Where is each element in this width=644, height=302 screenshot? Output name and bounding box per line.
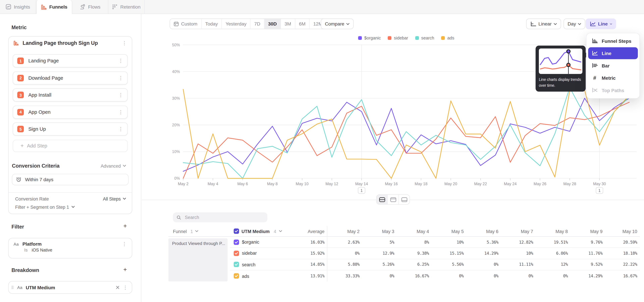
column-header-date[interactable]: May 7 [501, 226, 536, 237]
tab-funnels[interactable]: Funnels [36, 0, 72, 14]
table-value-cell: 11.76% [570, 248, 605, 259]
step-label: Landing Page [28, 58, 114, 64]
filter-operator[interactable]: Is [24, 247, 28, 252]
range-button-custom[interactable]: Custom [170, 19, 202, 29]
add-filter-button[interactable]: + [123, 223, 127, 229]
kebab-menu-icon[interactable]: ⋮ [122, 40, 127, 46]
table-value-cell: 12.9% [362, 248, 397, 259]
svg-text:May 26: May 26 [534, 182, 546, 186]
range-button-30d[interactable]: 30D [264, 19, 281, 29]
kebab-menu-icon[interactable]: ⋮ [118, 75, 123, 80]
legend-swatch [358, 36, 362, 40]
funnel-title: Landing Page through Sign Up [23, 40, 118, 46]
column-header-average[interactable]: Average [292, 226, 327, 237]
menu-item-funnel-steps[interactable]: Funnel Steps [588, 35, 638, 47]
breakdown-card[interactable]: Aa UTM Medium ⋮ [8, 281, 132, 294]
table-value-cell: 20.59% [605, 237, 640, 248]
series-checkbox[interactable] [234, 273, 239, 279]
kebab-menu-icon[interactable]: ⋮ [118, 92, 123, 97]
funnel-step-4[interactable]: 4 App Open ⋮ [13, 105, 128, 118]
menu-item-line[interactable]: Line [588, 47, 638, 59]
tab-flows[interactable]: Flows [72, 0, 108, 14]
table-value-cell: 0% [432, 270, 466, 282]
add-step-button[interactable]: + Add Step [13, 140, 128, 152]
funnel-header-label: Funnel [173, 229, 187, 234]
tab-label: Retention [120, 4, 140, 9]
funnel-group-cell[interactable]: Product Viewed through P... [168, 238, 228, 282]
table-value-cell: 10% [432, 237, 466, 248]
range-button-3m[interactable]: 3M [281, 19, 295, 29]
menu-item-bar[interactable]: Bar [588, 60, 638, 72]
funnel-step-3[interactable]: 3 App Install ⋮ [13, 88, 128, 102]
kebab-menu-icon[interactable]: ⋮ [118, 126, 123, 131]
breakdown-heading: Breakdown [12, 268, 39, 273]
column-header-date[interactable]: May 5 [432, 226, 466, 237]
table-row-label-sidebar[interactable]: sidebar [230, 248, 292, 259]
layout-split-toggle[interactable] [377, 195, 388, 204]
conversion-criteria-heading: Conversion Criteria [12, 163, 60, 168]
chart-type-button[interactable]: Line [586, 18, 616, 29]
svg-text:May 28: May 28 [563, 182, 576, 186]
breakdown-column-header[interactable]: UTM Medium 4 [230, 226, 292, 237]
tab-insights[interactable]: Insights [0, 0, 36, 14]
layout-chart-toggle[interactable] [388, 195, 399, 204]
remove-breakdown-icon[interactable] [116, 286, 120, 289]
annotation-badge[interactable]: 1 [596, 188, 603, 194]
range-button-today[interactable]: Today [202, 19, 222, 29]
svg-text:30%: 30% [172, 96, 180, 100]
drag-handle-icon[interactable] [11, 286, 14, 289]
interval-button[interactable]: Day [564, 18, 586, 29]
range-button-yesterday[interactable]: Yesterday [222, 19, 250, 29]
filter-card[interactable]: Aa Platform ⋮ Is iOS Native [8, 238, 132, 258]
filter-segment-toggle[interactable]: Filter + Segment on Step 1 [8, 201, 132, 214]
menu-item-metric[interactable]: # Metric [588, 72, 638, 84]
table-row-label-search[interactable]: search [230, 259, 292, 270]
tab-label: Funnels [49, 4, 68, 10]
svg-text:May 6: May 6 [237, 182, 248, 186]
step-number-badge: 3 [17, 92, 24, 98]
kebab-menu-icon[interactable]: ⋮ [118, 110, 123, 114]
filter-value[interactable]: iOS Native [32, 247, 52, 252]
column-header-date[interactable]: May 2 [327, 226, 362, 237]
range-button-6m[interactable]: 6M [295, 19, 310, 29]
annotation-badge[interactable]: 1 [358, 188, 365, 194]
series-checkbox[interactable] [234, 240, 239, 245]
series-line-ads[interactable] [183, 89, 629, 178]
column-header-date[interactable]: May 10 [605, 226, 640, 237]
series-checkbox[interactable] [234, 251, 239, 256]
column-header-date[interactable]: May 4 [397, 226, 432, 237]
axis-scale-button[interactable]: Linear [526, 18, 561, 29]
compare-button[interactable]: Compare [321, 18, 354, 29]
kebab-menu-icon[interactable]: ⋮ [122, 242, 127, 246]
range-button-7d[interactable]: 7D [250, 19, 264, 29]
add-breakdown-button[interactable]: + [123, 266, 127, 272]
kebab-menu-icon[interactable]: ⋮ [118, 58, 123, 63]
conversion-window-control[interactable]: Within 7 days [12, 174, 129, 185]
funnel-metric-icon [14, 40, 18, 46]
table-value-cell: 9.38% [397, 248, 432, 259]
column-header-date[interactable]: May 8 [536, 226, 570, 237]
search-input[interactable] [184, 214, 264, 220]
table-search[interactable] [173, 212, 267, 222]
conversion-rate-selector[interactable]: All Steps [103, 196, 126, 201]
column-header-date[interactable]: May 6 [466, 226, 501, 237]
funnel-step-1[interactable]: 1 Landing Page ⋮ [13, 54, 128, 67]
advanced-toggle[interactable]: Advanced [100, 163, 126, 168]
series-line-sidebar[interactable] [183, 102, 629, 178]
menu-item-top-paths[interactable]: Top Paths [588, 84, 638, 96]
funnels-icon [41, 4, 46, 10]
scale-label: Linear [538, 21, 552, 26]
series-checkbox[interactable] [234, 262, 239, 267]
kebab-menu-icon[interactable]: ⋮ [123, 285, 128, 290]
column-header-date[interactable]: May 3 [362, 226, 397, 237]
table-row-label-organic[interactable]: $organic [230, 237, 292, 248]
funnel-column-header[interactable]: Funnel 1 [168, 226, 230, 237]
select-all-checkbox[interactable] [234, 228, 239, 234]
tab-retention[interactable]: Retention [108, 0, 145, 14]
layout-table-toggle[interactable] [399, 195, 410, 204]
funnel-step-2[interactable]: 2 Download Page ⋮ [13, 71, 128, 84]
table-row-label-ads[interactable]: ads [230, 270, 292, 282]
funnel-metric-row[interactable]: Landing Page through Sign Up ⋮ [8, 36, 132, 50]
funnel-step-5[interactable]: 5 Sign Up ⋮ [13, 122, 128, 136]
column-header-date[interactable]: May 9 [570, 226, 605, 237]
